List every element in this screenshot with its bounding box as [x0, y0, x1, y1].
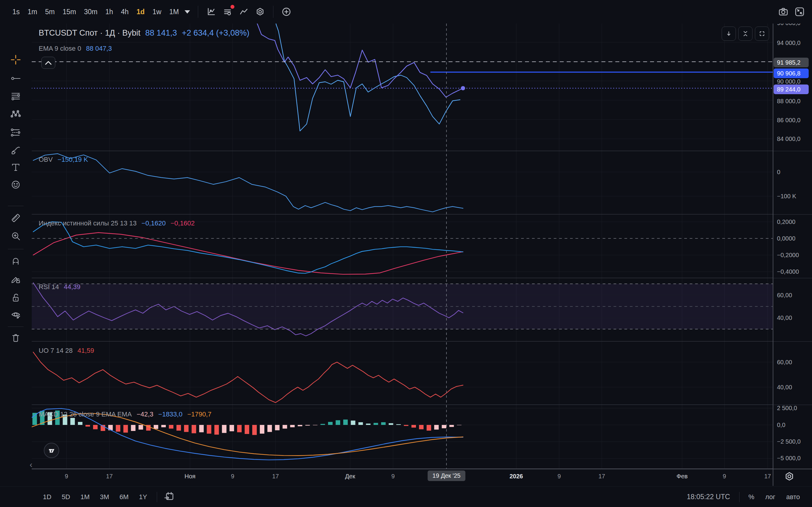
tradingview-logo[interactable]: [44, 443, 59, 458]
lock-drawings-button[interactable]: [8, 290, 23, 306]
xabcd-pattern-tool-button[interactable]: [8, 106, 23, 122]
trash-icon: [10, 331, 22, 345]
scroll-to-recent-button[interactable]: [722, 26, 736, 41]
zoom-in-icon: [10, 229, 22, 243]
price-badge: 89 244,0: [774, 84, 809, 94]
price-axis-label: −100 K: [777, 192, 796, 201]
screenshot-button[interactable]: [775, 4, 792, 20]
range-1Y[interactable]: 1Y: [135, 491, 151, 503]
collapse-line-button[interactable]: [41, 57, 55, 69]
price-axis-label: 94 000,0: [777, 38, 801, 47]
range-1D[interactable]: 1D: [39, 491, 56, 503]
drawing-mode-button[interactable]: [8, 271, 23, 287]
rail-divider: [8, 206, 23, 206]
crosshair-tool-button[interactable]: [8, 52, 23, 68]
range-6M[interactable]: 6M: [115, 491, 133, 503]
price-badge: 91 985,2: [774, 58, 809, 67]
rsi-legend-label[interactable]: RSI 14: [39, 283, 59, 291]
goto-date-button[interactable]: [159, 488, 179, 506]
tsi-legend-label[interactable]: Индекс истинной силы 25 13 13: [39, 219, 137, 227]
remove-drawings-button[interactable]: [8, 330, 23, 346]
timeframe-1m[interactable]: 1m: [23, 5, 41, 18]
indicators-button[interactable]: [219, 4, 236, 20]
chart-area[interactable]: BTCUSDT Спот · 1Д · Bybit 88 141,3 +2 63…: [32, 23, 773, 469]
collapse-pane-button[interactable]: [738, 26, 753, 41]
log-scale-button[interactable]: лог: [761, 491, 779, 503]
macd-legend-label[interactable]: MACD 12 26 close 9 EMA EMA: [39, 410, 132, 418]
chart-settings-button[interactable]: [252, 4, 268, 20]
timeframe-1s[interactable]: 1s: [8, 5, 23, 18]
timeframe-1d[interactable]: 1d: [133, 5, 149, 18]
emoji-tool-button[interactable]: [8, 176, 23, 192]
macd-hist-value: −42,3: [137, 410, 153, 418]
crosshair-icon: [10, 53, 22, 67]
range-1M[interactable]: 1M: [76, 491, 94, 503]
text-tool-button[interactable]: [8, 159, 23, 175]
obv-legend-label[interactable]: OBV: [39, 156, 53, 164]
timeframe-4h[interactable]: 4h: [117, 5, 133, 18]
top-toolbar: 1s1m5m15m30m1h4h1d1w1M: [0, 0, 812, 23]
time-axis-label: 9: [723, 473, 726, 480]
price-axis-label: 60,00: [777, 291, 792, 300]
price-axis-label: 84 000,0: [777, 134, 801, 144]
timeframe-5m[interactable]: 5m: [41, 5, 59, 18]
camera-icon: [777, 6, 789, 17]
collapse-watchlist-chevron[interactable]: ‹: [30, 460, 32, 469]
price-axis-label: −0,2000: [777, 250, 799, 260]
magnet-mode-button[interactable]: [8, 253, 23, 269]
uo-legend-label[interactable]: UO 7 14 28: [39, 347, 73, 355]
timeframe-30m[interactable]: 30m: [80, 5, 101, 18]
last-price: 88 141,3: [145, 29, 177, 38]
maximize-pane-button[interactable]: [755, 26, 769, 41]
range-3M[interactable]: 3M: [96, 491, 114, 503]
axis-settings-button[interactable]: [783, 471, 795, 484]
zoom-in-tool-button[interactable]: [8, 228, 23, 244]
drawing-tools-rail: [0, 23, 32, 487]
trendline-tool-button[interactable]: [8, 71, 23, 86]
timeframe-1M[interactable]: 1M: [165, 5, 183, 18]
zigzag-icon: [239, 7, 249, 17]
position-tool-button[interactable]: [8, 125, 23, 140]
pane-divider: [773, 278, 812, 278]
price-axis-label: 0: [777, 168, 780, 176]
price-axis[interactable]: 96 000,094 000,091 985,290 906,890 000,0…: [773, 23, 812, 469]
fib-retracement-tool-button[interactable]: [8, 89, 23, 104]
price-axis-label: 0,0: [777, 420, 785, 430]
time-axis-label: 9: [391, 473, 395, 480]
time-axis-label: 17: [764, 473, 771, 480]
bottom-divider: [157, 492, 157, 502]
clock[interactable]: 18:05:22 UTC: [687, 493, 734, 501]
exit-fullscreen-button[interactable]: [792, 4, 808, 20]
price-axis-label: 86 000,0: [777, 116, 801, 125]
percent-scale-button[interactable]: %: [744, 491, 759, 503]
compare-button[interactable]: [236, 4, 252, 20]
add-button[interactable]: [278, 4, 295, 20]
toolbar-divider: [198, 6, 198, 18]
rsi-legend-value: 44,39: [64, 283, 80, 291]
rail-divider: [8, 327, 23, 327]
pane-divider: [773, 405, 812, 405]
lock-icon: [10, 291, 22, 305]
brush-tool-button[interactable]: [8, 143, 23, 158]
timeframe-15m[interactable]: 15m: [59, 5, 80, 18]
xabcd-pattern-icon: [10, 107, 22, 121]
tsi-slow-value: −0,1602: [170, 219, 195, 227]
auto-scale-button[interactable]: авто: [782, 491, 804, 503]
price-axis-label: 88 000,0: [777, 97, 801, 106]
timeframe-1h[interactable]: 1h: [101, 5, 117, 18]
symbol-title[interactable]: BTCUSDT Спот · 1Д · Bybit: [39, 29, 141, 38]
timeframe-1w[interactable]: 1w: [149, 5, 165, 18]
calendar-arrow-icon: [164, 491, 174, 502]
time-axis[interactable]: 917Ноя917Дек92026917Фев91719 Дек '25: [32, 469, 773, 486]
timeframe-dropdown-caret[interactable]: [185, 10, 190, 13]
ema-legend-value: 88 047,3: [86, 45, 112, 53]
measure-tool-button[interactable]: [8, 210, 23, 226]
chart-canvas[interactable]: [32, 23, 773, 469]
hide-drawings-button[interactable]: [8, 307, 23, 323]
maximize-icon: [757, 26, 767, 41]
time-axis-label: Дек: [345, 473, 355, 480]
chart-style-button[interactable]: [203, 4, 219, 20]
trendline-icon: [10, 71, 22, 86]
range-5D[interactable]: 5D: [57, 491, 74, 503]
ema-legend-label[interactable]: EMA 9 close 0: [39, 45, 81, 53]
